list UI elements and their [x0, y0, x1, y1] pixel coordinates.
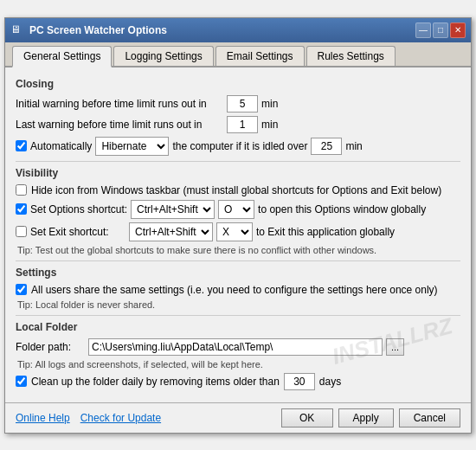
folder-path-input[interactable] — [88, 338, 383, 356]
title-bar-left: 🖥 PC Screen Watcher Options — [10, 23, 167, 37]
online-help-link[interactable]: Online Help — [16, 412, 70, 424]
cleanup-checkbox[interactable] — [16, 376, 27, 387]
main-window: 🖥 PC Screen Watcher Options — □ ✕ Genera… — [4, 17, 472, 434]
set-exit-checkbox[interactable] — [16, 226, 27, 237]
check-update-link[interactable]: Check for Update — [80, 412, 161, 424]
apply-button[interactable]: Apply — [338, 408, 394, 428]
close-button[interactable]: ✕ — [450, 22, 466, 38]
content-area: Closing Initial warning before time limi… — [5, 68, 471, 402]
bottom-links: Online Help Check for Update — [16, 412, 161, 424]
cleanup-label: Clean up the folder daily by removing it… — [31, 376, 280, 388]
visibility-section-label: Visibility — [16, 167, 460, 179]
cancel-button[interactable]: Cancel — [399, 408, 460, 428]
exit-key-select[interactable]: X A — [216, 222, 253, 241]
tab-general-settings[interactable]: General Settings — [12, 46, 112, 68]
closing-section-label: Closing — [16, 78, 460, 90]
options-suffix: to open this Options window globally — [258, 203, 426, 215]
browse-button[interactable]: ... — [386, 338, 404, 356]
separator-3 — [16, 315, 460, 316]
local-folder-section-label: Local Folder — [16, 321, 460, 333]
minimize-button[interactable]: — — [415, 22, 431, 38]
visibility-tip: Tip: Test out the global shortcuts to ma… — [17, 245, 460, 255]
bottom-bar: Online Help Check for Update OK Apply Ca… — [5, 402, 471, 433]
auto-hibernate-row: Automatically Hibernate Sleep Shut Down … — [16, 137, 460, 156]
cleanup-days-input[interactable] — [284, 373, 315, 390]
maximize-button[interactable]: □ — [433, 22, 448, 38]
all-users-row: All users share the same settings (i.e. … — [16, 284, 460, 296]
options-modifier-select[interactable]: Ctrl+Alt+Shift Ctrl+Alt Ctrl+Shift — [131, 200, 215, 219]
initial-warning-row: Initial warning before time limit runs o… — [16, 95, 460, 112]
idled-unit: min — [345, 140, 362, 152]
general-settings-panel: Closing Initial warning before time limi… — [5, 68, 471, 402]
initial-warning-label: Initial warning before time limit runs o… — [16, 98, 223, 110]
set-exit-label: Set Exit shortcut: — [30, 226, 125, 238]
idled-label: the computer if it is idled over — [172, 140, 307, 152]
cleanup-row: Clean up the folder daily by removing it… — [16, 373, 460, 390]
exit-modifier-select[interactable]: Ctrl+Alt+Shift Ctrl+Alt — [129, 222, 213, 241]
title-buttons: — □ ✕ — [415, 22, 466, 38]
hide-icon-row: Hide icon from Windows taskbar (must ins… — [16, 184, 460, 196]
options-key-select[interactable]: O A B — [218, 200, 254, 219]
bottom-actions: OK Apply Cancel — [281, 408, 460, 428]
app-icon: 🖥 — [10, 23, 24, 37]
folder-path-row: Folder path: ... — [16, 338, 460, 356]
hide-icon-label: Hide icon from Windows taskbar (must ins… — [31, 184, 441, 196]
set-options-label: Set Options shortcut: — [30, 203, 127, 215]
idled-input[interactable] — [311, 138, 342, 155]
local-folder-tip: Tip: All logs and screenshots, if select… — [17, 359, 460, 370]
options-shortcut-row: Set Options shortcut: Ctrl+Alt+Shift Ctr… — [16, 200, 460, 219]
last-warning-unit: min — [261, 119, 278, 131]
all-users-label: All users share the same settings (i.e. … — [31, 284, 438, 296]
set-options-checkbox[interactable] — [16, 203, 27, 215]
tab-rules-settings[interactable]: Rules Settings — [306, 46, 396, 66]
auto-checkbox[interactable] — [16, 140, 27, 151]
initial-warning-input[interactable] — [227, 95, 258, 112]
tab-email-settings[interactable]: Email Settings — [215, 46, 305, 66]
settings-tip: Tip: Local folder is never shared. — [17, 299, 460, 310]
initial-warning-unit: min — [261, 98, 278, 110]
exit-suffix: to Exit this application globally — [256, 226, 395, 238]
hide-icon-checkbox[interactable] — [16, 184, 27, 196]
tab-logging-settings[interactable]: Logging Settings — [113, 46, 213, 66]
ok-button[interactable]: OK — [281, 408, 333, 428]
exit-shortcut-row: Set Exit shortcut: Ctrl+Alt+Shift Ctrl+A… — [16, 222, 460, 241]
last-warning-input[interactable] — [227, 116, 258, 133]
tab-bar: General Settings Logging Settings Email … — [5, 42, 471, 68]
window-title: PC Screen Watcher Options — [29, 24, 167, 36]
auto-label: Automatically — [30, 140, 92, 152]
all-users-checkbox[interactable] — [16, 284, 27, 295]
cleanup-unit: days — [319, 376, 341, 388]
title-bar: 🖥 PC Screen Watcher Options — □ ✕ — [5, 18, 471, 42]
separator-2 — [16, 260, 460, 261]
last-warning-label: Last warning before time limit runs out … — [16, 119, 223, 131]
hibernate-select[interactable]: Hibernate Sleep Shut Down Lock — [95, 137, 169, 156]
settings-section-label: Settings — [16, 267, 460, 279]
separator-1 — [16, 161, 460, 162]
last-warning-row: Last warning before time limit runs out … — [16, 116, 460, 133]
folder-path-label: Folder path: — [16, 341, 85, 353]
